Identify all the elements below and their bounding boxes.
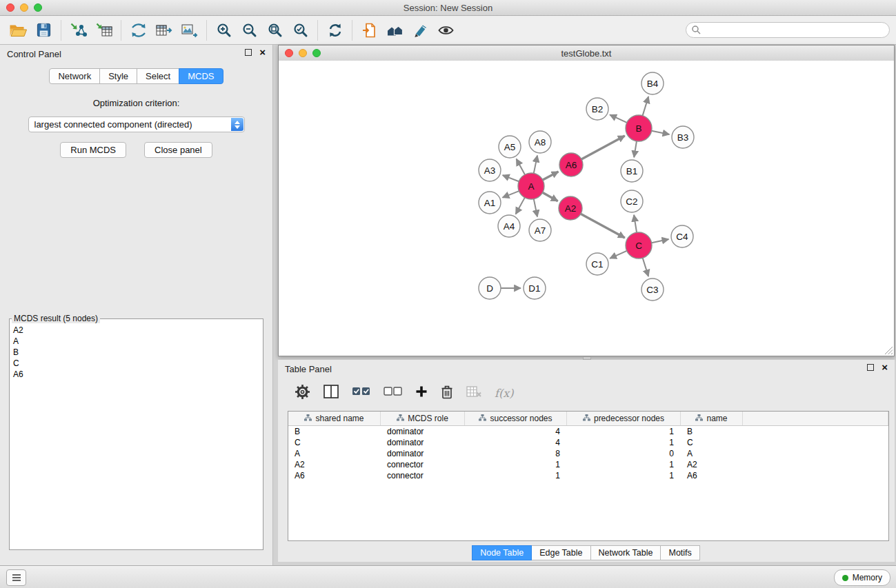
node-A5[interactable]: A5 [499, 136, 521, 158]
node-A8[interactable]: A8 [529, 131, 551, 153]
close-panel-icon[interactable]: × [259, 49, 266, 56]
deselect-all-button[interactable] [384, 386, 402, 400]
node-A3[interactable]: A3 [479, 159, 501, 181]
delete-table-button[interactable] [466, 385, 481, 401]
edge-C-C3[interactable] [643, 258, 648, 276]
table-row[interactable]: A2connector11A2 [288, 459, 888, 470]
node-C[interactable]: C [626, 232, 652, 258]
zoom-in-button[interactable] [211, 19, 237, 42]
table-cell[interactable]: dominator [381, 427, 465, 436]
edge-C-C2[interactable] [634, 215, 637, 232]
edge-A-A4[interactable] [516, 198, 525, 214]
table-row[interactable]: Cdominator41C [288, 437, 888, 448]
node-A7[interactable]: A7 [529, 219, 551, 241]
open-document-button[interactable] [357, 19, 382, 42]
delete-column-button[interactable] [441, 385, 453, 402]
table-cell[interactable]: B [681, 427, 743, 436]
memory-button[interactable]: Memory [834, 569, 890, 586]
import-table-button[interactable] [91, 19, 117, 42]
column-header[interactable]: name [681, 412, 743, 425]
edge-B-B3[interactable] [652, 131, 670, 134]
import-network-button[interactable] [66, 19, 91, 42]
table-cell[interactable]: dominator [381, 449, 465, 458]
home-view-button[interactable] [382, 19, 408, 42]
show-hide-button[interactable] [433, 19, 459, 42]
table-cell[interactable]: C [681, 438, 743, 447]
node-C1[interactable]: C1 [586, 253, 608, 275]
tab-node-table[interactable]: Node Table [472, 545, 532, 560]
table-cell[interactable]: 1 [567, 460, 681, 469]
criterion-dropdown[interactable]: largest connected component (directed) [28, 116, 245, 132]
table-cell[interactable]: connector [381, 471, 465, 480]
table-cell[interactable]: 1 [567, 438, 681, 447]
refresh-view-button[interactable] [322, 19, 348, 42]
table-cell[interactable]: A [288, 449, 381, 458]
table-cell[interactable]: A6 [681, 471, 743, 480]
table-cell[interactable]: 1 [465, 460, 567, 469]
export-network-button[interactable] [126, 19, 151, 42]
node-B[interactable]: B [626, 115, 652, 141]
node-B1[interactable]: B1 [621, 160, 643, 182]
table-cell[interactable]: A2 [681, 460, 743, 469]
table-row[interactable]: Adominator80A [288, 448, 888, 459]
network-canvas[interactable]: B4B2BB3A8A5A6A3B1AC2A1A2A4A7C4CC1C3DD1 [279, 61, 894, 356]
table-cell[interactable]: connector [381, 460, 465, 469]
node-D[interactable]: D [479, 277, 501, 299]
table-cell[interactable]: 1 [567, 471, 681, 480]
table-cell[interactable]: B [288, 427, 381, 436]
table-cell[interactable]: A [681, 449, 743, 458]
add-column-button[interactable] [415, 385, 428, 401]
edge-A-A5[interactable] [517, 159, 525, 175]
tab-style[interactable]: Style [99, 68, 137, 84]
table-cell[interactable]: dominator [381, 438, 465, 447]
table-row[interactable]: A6connector11A6 [288, 470, 888, 481]
export-table-button[interactable] [151, 19, 177, 42]
node-A6[interactable]: A6 [559, 153, 583, 176]
node-B4[interactable]: B4 [641, 72, 664, 94]
node-B2[interactable]: B2 [586, 98, 608, 120]
edge-C-C4[interactable] [652, 239, 669, 243]
node-A2[interactable]: A2 [559, 196, 582, 220]
table-cell[interactable]: 0 [567, 449, 681, 458]
node-D1[interactable]: D1 [524, 277, 546, 299]
node-C2[interactable]: C2 [621, 190, 643, 212]
tab-mcds[interactable]: MCDS [179, 68, 223, 84]
select-all-button[interactable] [352, 386, 370, 400]
table-cell[interactable]: 4 [465, 438, 567, 447]
tab-network[interactable]: Network [49, 68, 100, 84]
edge-A2-C[interactable] [581, 214, 625, 238]
open-session-button[interactable] [6, 19, 31, 42]
edge-A-A6[interactable] [543, 172, 559, 180]
table-cell[interactable]: 8 [465, 449, 567, 458]
table-cell[interactable]: A2 [288, 460, 381, 469]
zoom-out-button[interactable] [237, 19, 262, 42]
show-columns-button[interactable] [323, 385, 339, 401]
tab-network-table[interactable]: Network Table [590, 545, 661, 560]
edge-A6-B[interactable] [581, 136, 625, 159]
edge-B-B2[interactable] [610, 114, 627, 123]
node-B3[interactable]: B3 [672, 126, 694, 148]
column-header[interactable]: MCDS role [381, 412, 465, 425]
table-cell[interactable]: 1 [465, 471, 567, 480]
zoom-fit-button[interactable] [262, 19, 288, 42]
run-mcds-button[interactable]: Run MCDS [60, 142, 126, 158]
edge-A-A2[interactable] [543, 192, 558, 201]
node-C4[interactable]: C4 [671, 225, 693, 247]
apply-style-button[interactable] [408, 19, 433, 42]
task-history-button[interactable] [6, 569, 26, 586]
edge-B-B1[interactable] [634, 141, 637, 157]
column-header[interactable]: predecessor nodes [567, 412, 681, 425]
result-item[interactable]: A2 [13, 325, 259, 336]
export-image-button[interactable] [177, 19, 202, 42]
result-item[interactable]: C [13, 358, 259, 369]
function-builder-button[interactable]: f(x) [495, 387, 513, 400]
result-item[interactable]: A [13, 336, 259, 347]
resize-grip-icon[interactable] [884, 346, 893, 355]
node-A1[interactable]: A1 [479, 192, 501, 214]
table-row[interactable]: Bdominator41B [288, 426, 888, 437]
float-table-panel-icon[interactable] [867, 364, 874, 371]
table-cell[interactable]: 1 [567, 427, 681, 436]
result-item[interactable]: B [13, 347, 259, 358]
search-input[interactable] [686, 22, 890, 38]
node-C3[interactable]: C3 [641, 278, 664, 301]
